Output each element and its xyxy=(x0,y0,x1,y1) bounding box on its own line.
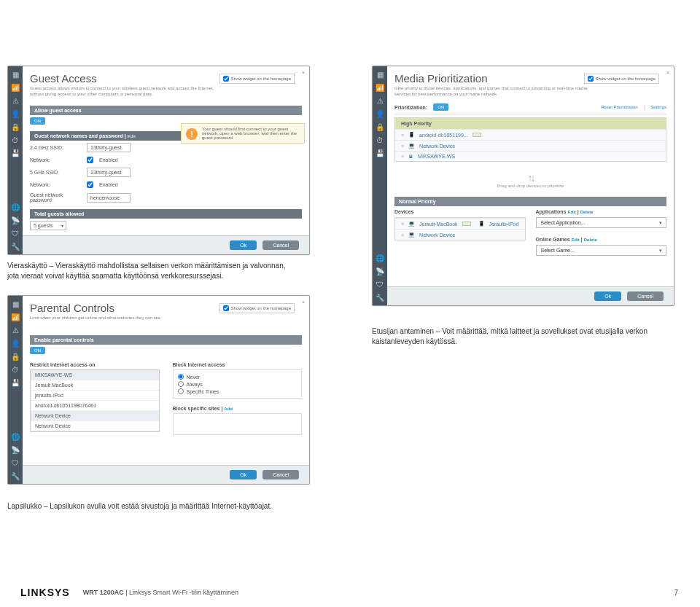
show-widget-label: Show widget on the homepage xyxy=(231,306,291,310)
grid-icon: ▦ xyxy=(376,71,384,78)
show-widget-checkbox[interactable] xyxy=(223,76,229,82)
drag-icon[interactable]: ≡ xyxy=(401,133,404,138)
globe-icon: 🌐 xyxy=(12,433,19,440)
user-icon: 👤 xyxy=(376,110,384,117)
drag-icon[interactable]: ≡ xyxy=(401,222,404,227)
shield-icon: 🛡 xyxy=(376,281,384,288)
select-application[interactable]: Select Application... xyxy=(536,217,667,228)
cancel-button[interactable]: Cancel xyxy=(627,291,664,301)
lock-icon: 🔒 xyxy=(12,123,19,130)
ok-button[interactable]: Ok xyxy=(230,470,257,479)
delete-link[interactable]: Delete xyxy=(580,210,594,214)
network-label-2: Network: xyxy=(30,182,81,187)
user-icon: 👤 xyxy=(12,340,19,347)
page-number: 7 xyxy=(674,589,678,597)
network-label-1: Network: xyxy=(30,157,81,162)
parental-toggle[interactable]: ON xyxy=(30,347,45,354)
pw-value: hencemoose xyxy=(87,193,131,203)
router-icon: 📡 xyxy=(12,216,19,224)
radio-always[interactable] xyxy=(178,381,184,387)
close-icon[interactable]: × xyxy=(665,69,671,75)
block-sites: Block specific sites | Add xyxy=(173,406,303,411)
media-panel: ▦ 📶 ⚠ 👤 🔒 ⏱ 💾 🌐 📡 🛡 🔧 × Show widget on t… xyxy=(372,66,674,306)
prio-item[interactable]: ≡💻 Network Device xyxy=(395,229,525,240)
radio-specific[interactable] xyxy=(178,388,184,394)
drag-icon[interactable]: ≡ xyxy=(401,154,404,159)
drop-area[interactable]: ↑↓ Drag and drop devices to prioritize xyxy=(394,162,666,192)
wifi-icon: 📶 xyxy=(12,84,19,91)
show-widget-toggle[interactable]: Show widget on the homepage xyxy=(219,74,295,84)
settings-link[interactable]: Settings xyxy=(650,105,666,109)
radio-never[interactable] xyxy=(178,374,184,380)
device-list[interactable]: MIKSAWYE-WS Jerault MacBook jeraults-iPo… xyxy=(30,369,160,432)
meter-icon: ⏱ xyxy=(376,136,384,144)
grid-icon: ▦ xyxy=(12,71,19,78)
list-item[interactable]: Jerault MacBook xyxy=(31,380,159,391)
guest-toggle[interactable]: ON xyxy=(30,117,45,125)
restrict-label: Restrict Internet access on xyxy=(30,362,160,369)
prio-toggle[interactable]: ON xyxy=(433,103,448,111)
shield-icon: 🛡 xyxy=(12,230,19,237)
show-widget-toggle[interactable]: Show widget on the homepage xyxy=(219,303,295,313)
globe-icon: 🌐 xyxy=(12,203,19,211)
drag-icon[interactable]: ≡ xyxy=(401,232,404,238)
parental-caption: Lapsilukko – Lapsilukon avulla voit estä… xyxy=(7,501,299,512)
block-sites-box[interactable] xyxy=(173,413,303,435)
drag-icon[interactable]: ≡ xyxy=(401,144,404,149)
show-widget-label: Show widget on the homepage xyxy=(231,77,291,81)
enabled-24-checkbox[interactable] xyxy=(87,157,93,163)
ssid5-label: 5 GHz SSID: xyxy=(30,170,81,175)
list-item[interactable]: android-db1051198b76461 xyxy=(31,401,159,411)
delete-link[interactable]: Delete xyxy=(584,238,597,242)
warn-icon: ⚠ xyxy=(12,326,19,334)
media-caption: Etusijan antaminen – Voit määrittää, mit… xyxy=(372,326,664,347)
wifi-icon: 📶 xyxy=(376,84,384,91)
show-widget-toggle[interactable]: Show widget on the homepage xyxy=(584,74,659,84)
panel-desc: Guest access allows visitors to connect … xyxy=(30,86,219,98)
add-link[interactable]: Add xyxy=(224,407,233,411)
show-widget-checkbox[interactable] xyxy=(223,305,229,311)
prio-item[interactable]: ≡💻 Network Device xyxy=(395,140,666,151)
guests-dropdown[interactable]: 5 guests xyxy=(30,221,66,230)
edit-link[interactable]: Edit xyxy=(572,238,580,242)
pw-label: Guest network password: xyxy=(30,192,81,203)
router-icon: 📡 xyxy=(12,446,19,453)
storage-icon: 💾 xyxy=(12,379,19,386)
alert-icon: ! xyxy=(186,128,198,140)
prio-item[interactable]: ≡📱 android-db1051199... xyxy=(395,129,666,140)
callout-text: Your guest should first connect to your … xyxy=(202,127,297,140)
ok-button[interactable]: Ok xyxy=(230,240,257,250)
tools-icon: 🔧 xyxy=(376,294,384,301)
drop-hint: Drag and drop devices to prioritize xyxy=(394,184,666,188)
apps-head: Applications Edit | Delete xyxy=(536,206,667,217)
show-widget-checkbox[interactable] xyxy=(588,76,594,82)
total-guests-bar: Total guests allowed xyxy=(30,209,302,219)
list-item[interactable]: Network Device xyxy=(31,421,159,431)
list-item[interactable]: Network Device xyxy=(31,411,159,421)
edit-link[interactable]: Edit xyxy=(567,210,575,214)
list-item[interactable]: jeraults-iPod xyxy=(31,391,159,401)
meter-icon: ⏱ xyxy=(12,366,19,373)
close-icon[interactable]: × xyxy=(300,69,306,75)
cancel-button[interactable]: Cancel xyxy=(262,240,299,250)
cancel-button[interactable]: Cancel xyxy=(262,470,299,479)
panel-desc: Give priority to those devices, applicat… xyxy=(394,86,599,98)
panel-footer: Ok Cancel xyxy=(23,465,309,484)
close-icon[interactable]: × xyxy=(300,299,306,305)
meter-icon: ⏱ xyxy=(12,136,19,144)
sidebar: ▦ 📶 ⚠ 👤 🔒 ⏱ 💾 🌐 📡 🛡 🔧 xyxy=(8,66,23,254)
enabled-5-checkbox[interactable] xyxy=(87,181,93,188)
prio-item[interactable]: ≡🖥 MIKSAWYE-WS xyxy=(395,151,666,161)
storage-icon: 💾 xyxy=(12,149,19,157)
model-text: WRT 1200AC xyxy=(83,589,124,596)
parental-panel: ▦ 📶 ⚠ 👤 🔒 ⏱ 💾 🌐 📡 🛡 🔧 × Show widget on t… xyxy=(7,295,310,485)
ok-button[interactable]: Ok xyxy=(594,291,621,301)
allow-guest-bar: Allow guest access xyxy=(30,106,302,115)
select-game[interactable]: Select Game... xyxy=(536,245,667,256)
prio-item[interactable]: ≡💻 Jerault-MacBook 📱 Jeraults-iPod xyxy=(395,218,525,229)
reset-link[interactable]: Reset Prioritization xyxy=(601,105,637,109)
show-widget-label: Show widget on the homepage xyxy=(596,77,656,81)
sidebar: ▦ 📶 ⚠ 👤 🔒 ⏱ 💾 🌐 📡 🛡 🔧 xyxy=(8,296,23,484)
edit-link[interactable]: Edit xyxy=(128,134,136,138)
list-item[interactable]: MIKSAWYE-WS xyxy=(31,370,159,380)
